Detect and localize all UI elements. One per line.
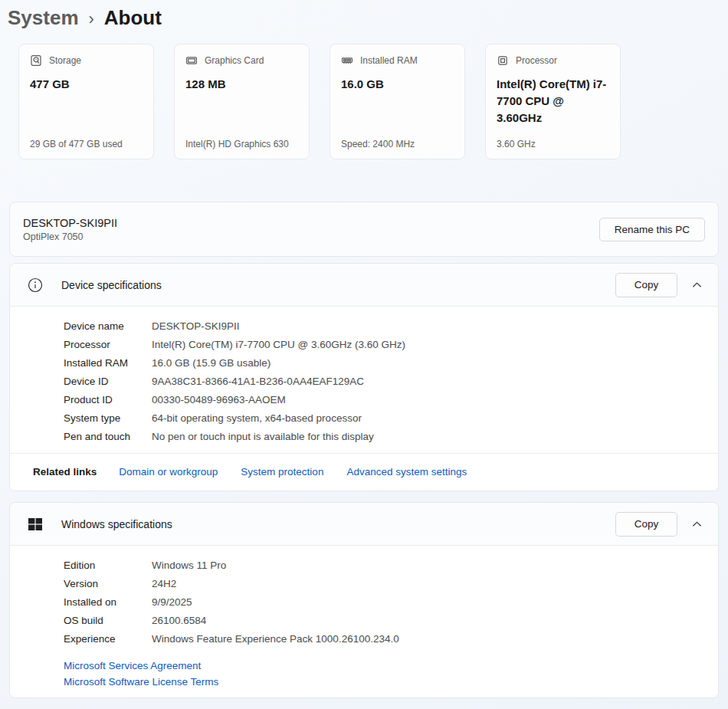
card-caption: 3.60 GHz	[497, 139, 609, 149]
microsoft-services-agreement-link[interactable]: Microsoft Services Agreement	[64, 660, 718, 671]
device-model: OptiPlex 7050	[23, 231, 117, 242]
info-icon	[28, 277, 43, 293]
storage-icon	[30, 54, 42, 67]
card-value: Intel(R) Core(TM) i7-7700 CPU @ 3.60GHz	[497, 76, 609, 126]
license-links: Microsoft Services Agreement Microsoft S…	[10, 655, 718, 698]
main-content: DESKTOP-SKI9PII OptiPlex 7050 Rename thi…	[9, 202, 719, 698]
spec-row-pen-and-touch: Pen and touch No pen or touch input is a…	[10, 427, 718, 445]
rename-pc-button[interactable]: Rename this PC	[599, 218, 705, 241]
spec-row-experience: Experience Windows Feature Experience Pa…	[10, 629, 718, 648]
device-name-panel: DESKTOP-SKI9PII OptiPlex 7050 Rename thi…	[9, 202, 719, 257]
spec-row-installed-ram: Installed RAM 16.0 GB (15.9 GB usable)	[10, 353, 718, 372]
summary-cards: Storage 477 GB 29 GB of 477 GB used Grap…	[18, 44, 728, 159]
spec-row-os-build: OS build 26100.6584	[10, 611, 718, 629]
storage-card: Storage 477 GB 29 GB of 477 GB used	[18, 44, 154, 159]
section-title: Windows specifications	[61, 518, 172, 530]
breadcrumb-system[interactable]: System	[8, 6, 79, 30]
graphics-card-icon	[185, 54, 198, 67]
domain-or-workgroup-link[interactable]: Domain or workgroup	[119, 466, 218, 478]
graphics-card-card: Graphics Card 128 MB Intel(R) HD Graphic…	[174, 44, 310, 159]
spec-row-edition: Edition Windows 11 Pro	[10, 556, 718, 574]
card-label: Installed RAM	[360, 55, 418, 66]
windows-logo-icon	[28, 517, 43, 532]
card-value: 16.0 GB	[341, 76, 454, 93]
card-caption: 29 GB of 477 GB used	[30, 139, 143, 149]
processor-card: Processor Intel(R) Core(TM) i7-7700 CPU …	[485, 44, 621, 159]
spec-row-installed-on: Installed on 9/9/2025	[10, 592, 718, 611]
copy-device-specs-button[interactable]: Copy	[615, 273, 677, 297]
device-specifications-body: Device name DESKTOP-SKI9PII Processor In…	[10, 307, 718, 453]
collapse-windows-specs-button[interactable]	[688, 517, 706, 532]
breadcrumb: System › About	[0, 0, 728, 30]
chevron-right-icon: ›	[89, 8, 94, 29]
processor-icon	[497, 54, 509, 67]
related-links-label: Related links	[33, 466, 97, 478]
spec-row-processor: Processor Intel(R) Core(TM) i7-7700 CPU …	[10, 335, 718, 353]
card-value: 128 MB	[185, 76, 298, 93]
microsoft-software-license-terms-link[interactable]: Microsoft Software License Terms	[64, 676, 718, 688]
card-label: Storage	[49, 55, 81, 66]
copy-windows-specs-button[interactable]: Copy	[615, 512, 677, 537]
device-name: DESKTOP-SKI9PII	[23, 217, 117, 229]
windows-specifications-header[interactable]: Windows specifications Copy	[10, 503, 718, 546]
spec-row-device-name: Device name DESKTOP-SKI9PII	[10, 317, 718, 335]
collapse-device-specs-button[interactable]	[688, 277, 706, 293]
system-protection-link[interactable]: System protection	[241, 466, 323, 478]
windows-specifications-body: Edition Windows 11 Pro Version 24H2 Inst…	[10, 546, 718, 655]
card-label: Graphics Card	[205, 55, 264, 66]
spec-row-device-id: Device ID 9AA38C31-8366-41A1-B236-0AA4EA…	[10, 372, 718, 390]
card-value: 477 GB	[30, 76, 143, 93]
page-title: About	[104, 6, 162, 30]
spec-row-product-id: Product ID 00330-50489-96963-AAOEM	[10, 390, 718, 409]
advanced-system-settings-link[interactable]: Advanced system settings	[346, 466, 467, 478]
device-specifications-section: Device specifications Copy Device name D…	[9, 263, 719, 491]
card-caption: Intel(R) HD Graphics 630	[185, 139, 298, 149]
spec-row-version: Version 24H2	[10, 574, 718, 592]
related-links-row: Related links Domain or workgroup System…	[10, 453, 718, 491]
chevron-up-icon	[691, 281, 703, 290]
ram-icon	[341, 54, 353, 67]
device-specifications-header[interactable]: Device specifications Copy	[10, 264, 718, 307]
windows-specifications-section: Windows specifications Copy Edition Wind…	[9, 502, 719, 698]
section-title: Device specifications	[61, 279, 162, 291]
installed-ram-card: Installed RAM 16.0 GB Speed: 2400 MHz	[330, 44, 465, 159]
chevron-up-icon	[691, 520, 703, 529]
spec-row-system-type: System type 64-bit operating system, x64…	[10, 409, 718, 427]
card-label: Processor	[516, 55, 557, 66]
card-caption: Speed: 2400 MHz	[341, 139, 454, 149]
